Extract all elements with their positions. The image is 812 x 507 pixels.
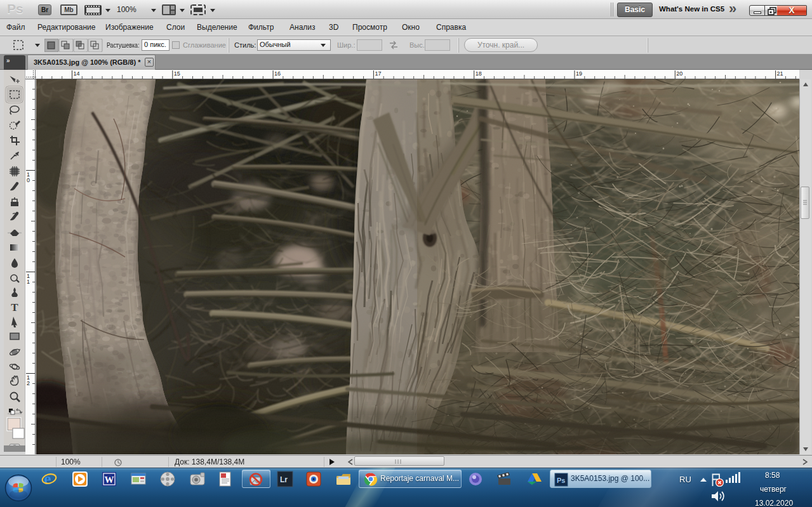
svg-text:T: T [11, 301, 18, 313]
svg-text:21: 21 [777, 70, 783, 77]
svg-text:2: 2 [27, 380, 30, 386]
svg-text:W: W [105, 475, 114, 485]
svg-text:14: 14 [74, 70, 80, 77]
svg-text:15: 15 [174, 70, 180, 77]
svg-text:1: 1 [27, 279, 30, 285]
svg-text:Ps: Ps [557, 477, 565, 484]
svg-text:20: 20 [676, 70, 682, 77]
svg-text:18: 18 [476, 70, 482, 77]
svg-text:e: e [44, 471, 51, 487]
svg-text:19: 19 [576, 70, 582, 77]
svg-text:17: 17 [375, 70, 381, 77]
svg-text:Lr: Lr [280, 475, 288, 484]
svg-text:16: 16 [274, 70, 281, 77]
svg-text:0: 0 [27, 177, 30, 183]
